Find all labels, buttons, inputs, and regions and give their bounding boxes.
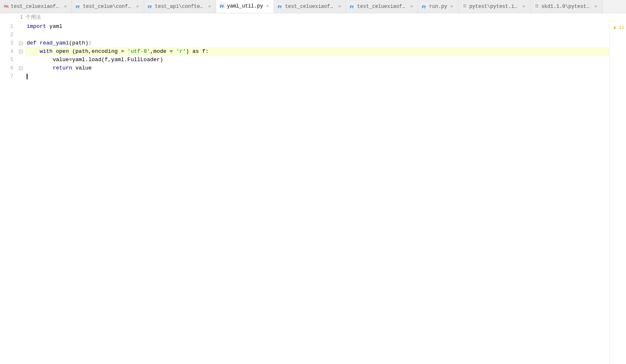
tab-tab4[interactable]: pyyaml_util.py×: [216, 0, 274, 13]
tab-bar: YMLtest_celuexiaofa_diaoyong.yaml×pytest…: [0, 0, 626, 13]
warning-badge: ▲ 11: [614, 23, 624, 32]
code-token: (path):: [69, 40, 92, 46]
code-token: def: [27, 40, 40, 46]
code-token: read_yaml: [40, 40, 69, 46]
tab-close-button[interactable]: ×: [135, 4, 140, 10]
tab-close-button[interactable]: ×: [521, 4, 527, 10]
code-token: [27, 65, 52, 71]
editor-main: 1 个用法 1234567 import yamldef read_yaml(p…: [0, 13, 626, 364]
text-cursor: [27, 74, 27, 79]
svg-text:py: py: [148, 5, 152, 8]
code-line: return value: [25, 64, 609, 72]
tab-icon-py: py: [421, 3, 427, 10]
code-area[interactable]: 1234567 import yamldef read_yaml(path): …: [0, 22, 626, 364]
code-token: (path,: [69, 48, 92, 54]
tab-tab9[interactable]: skd1.1.0\pytest.ini×: [531, 0, 603, 13]
line-number: 1: [0, 22, 13, 31]
tab-icon-ini: [462, 3, 468, 10]
code-token: ) as f:: [186, 48, 209, 54]
svg-text:py: py: [350, 5, 354, 8]
tab-tab8[interactable]: pytest\pytest.ini×: [459, 0, 531, 13]
line-number: 6: [0, 64, 13, 72]
code-token: mode: [153, 48, 166, 54]
gutter-fold-icon: [17, 22, 25, 31]
tab-label: test_celuexiaofa_diaoyong.yaml: [11, 4, 61, 10]
tab-label: skd1.1.0\pytest.ini: [541, 4, 591, 10]
line-numbers: 1234567: [0, 22, 17, 364]
tab-tab5[interactable]: pytest_celuexiaofa_diaoyong.py×: [274, 0, 346, 13]
tab-close-button[interactable]: ×: [449, 4, 455, 10]
gutter: [17, 22, 25, 364]
code-line: def read_yaml(path):: [25, 39, 609, 47]
tab-icon-yaml: YML: [3, 3, 9, 10]
svg-text:py: py: [422, 5, 426, 8]
code-token: 'utf-8': [127, 48, 150, 54]
code-line: [25, 72, 609, 81]
tab-close-button[interactable]: ×: [593, 4, 599, 10]
code-token: import: [27, 23, 50, 30]
gutter-fold-icon[interactable]: [17, 64, 25, 72]
editor-container: 1 个用法 1234567 import yamldef read_yaml(p…: [0, 13, 626, 364]
right-gutter: ▲ 11: [609, 22, 626, 364]
tab-close-button[interactable]: ×: [62, 4, 68, 10]
code-token: value=yaml.load(f,yaml.FullLoader): [27, 57, 163, 63]
gutter-fold-icon: [17, 56, 25, 64]
code-token: encoding: [92, 48, 117, 54]
tab-close-button[interactable]: ×: [207, 4, 212, 10]
code-token: with: [40, 48, 52, 54]
tab-tab7[interactable]: pyrun.py×: [418, 0, 458, 13]
code-token: =: [167, 48, 176, 54]
code-token: value: [72, 65, 92, 71]
code-line: value=yaml.load(f,yaml.FullLoader): [25, 56, 609, 64]
tab-icon-ini: [534, 3, 540, 10]
code-token: yaml: [50, 23, 62, 30]
line-number: 3: [0, 39, 13, 47]
tab-tab6[interactable]: pytest_celuexiaofa_package.py×: [346, 0, 418, 13]
code-line: with open (path,encoding = 'utf-8',mode …: [25, 47, 609, 56]
svg-text:YML: YML: [4, 5, 9, 8]
gutter-fold-icon: [17, 72, 25, 81]
tab-icon-py: py: [219, 2, 225, 10]
tab-label: test_celuexiaofa_package.py: [357, 4, 407, 10]
code-token: [27, 48, 40, 54]
code-token: open: [56, 48, 69, 54]
tab-label: test_celuexiaofa_diaoyong.py: [285, 4, 335, 10]
tab-label: test_api\conftest.py: [155, 4, 205, 10]
code-token: =: [118, 48, 127, 54]
tab-icon-py: py: [147, 3, 153, 10]
line-number: 4: [0, 47, 13, 56]
line-number: 2: [0, 31, 13, 39]
gutter-fold-icon[interactable]: [17, 47, 25, 56]
code-token: return: [52, 65, 72, 71]
tab-icon-py: py: [349, 3, 355, 10]
code-line: [25, 31, 609, 39]
tab-tab3[interactable]: pytest_api\conftest.py×: [144, 0, 216, 13]
code-token: 'r': [176, 48, 186, 54]
tab-close-button[interactable]: ×: [409, 4, 414, 10]
tab-label: run.py: [429, 4, 447, 10]
tab-icon-py: py: [277, 3, 283, 10]
svg-text:py: py: [76, 5, 80, 8]
tab-icon-py: py: [75, 3, 81, 10]
gutter-fold-icon: [17, 31, 25, 39]
line-number: 5: [0, 56, 13, 64]
svg-text:py: py: [220, 4, 224, 8]
code-line: import yaml: [25, 22, 609, 31]
gutter-fold-icon[interactable]: [17, 39, 25, 47]
svg-text:py: py: [278, 5, 282, 8]
line-number: 7: [0, 72, 13, 81]
tab-tab2[interactable]: pytest_celue\conftest.py×: [72, 0, 144, 13]
tab-label: yaml_util.py: [227, 3, 263, 9]
tab-close-button[interactable]: ×: [264, 3, 270, 9]
code-content[interactable]: import yamldef read_yaml(path): with ope…: [25, 22, 609, 364]
tab-close-button[interactable]: ×: [337, 4, 342, 10]
tab-tab1[interactable]: YMLtest_celuexiaofa_diaoyong.yaml×: [0, 0, 72, 13]
tab-label: test_celue\conftest.py: [83, 4, 133, 10]
hint-line: 1 个用法: [0, 13, 626, 22]
tab-label: pytest\pytest.ini: [469, 4, 519, 10]
